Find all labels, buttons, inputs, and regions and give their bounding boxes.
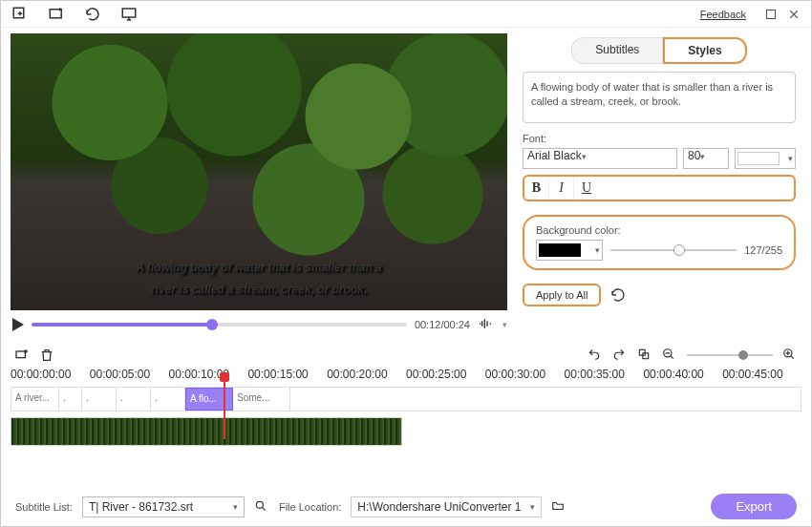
font-label: Font: <box>523 133 796 144</box>
refresh-icon[interactable] <box>83 5 102 24</box>
bottom-bar: Subtitle List: T| River - 861732.srt▾ Fi… <box>0 494 812 519</box>
playhead[interactable] <box>224 374 225 439</box>
subtitle-clip[interactable]: Some... <box>233 388 290 411</box>
add-media-icon[interactable] <box>47 5 66 24</box>
audio-waveform-icon[interactable] <box>478 316 495 333</box>
zoom-slider[interactable] <box>687 354 773 356</box>
timeline-tick: 00:00:40:00 <box>643 368 722 381</box>
maximize-icon[interactable] <box>763 7 779 22</box>
svg-rect-2 <box>122 9 136 17</box>
opacity-slider[interactable] <box>610 249 737 251</box>
close-icon[interactable] <box>786 7 801 22</box>
text-style-group: B I U <box>523 175 796 201</box>
timeline-tick: 00:00:15:00 <box>247 368 327 381</box>
feedback-link[interactable]: Feedback <box>700 9 746 20</box>
video-thumbnail-track[interactable] <box>11 417 402 446</box>
screen-icon[interactable] <box>119 5 139 24</box>
subtitle-list-select[interactable]: T| River - 861732.srt▾ <box>82 496 245 517</box>
timeline: 00:00:00:0000:00:05:0000:00:10:0000:00:1… <box>1 368 811 446</box>
subtitle-clip[interactable]: A river... <box>11 388 59 411</box>
reset-icon[interactable] <box>610 287 626 303</box>
subtitle-clip[interactable]: . <box>117 388 151 411</box>
timeline-tick: 00:00:45:00 <box>722 368 801 381</box>
zoom-out-icon[interactable] <box>662 348 677 363</box>
bg-color-label: Background color: <box>536 224 782 236</box>
add-subtitle-icon[interactable] <box>14 348 30 363</box>
timeline-tick: 00:00:25:00 <box>406 368 485 381</box>
timeline-tick: 00:00:20:00 <box>327 368 406 381</box>
subtitle-clip[interactable]: . <box>82 388 117 411</box>
timecode: 00:12/00:24 <box>415 319 470 330</box>
progress-bar[interactable] <box>32 323 407 327</box>
subtitle-clip[interactable]: A flo... <box>185 388 233 411</box>
subtitle-track[interactable]: A river.......A flo...Some... <box>11 387 801 411</box>
subtitle-text-box[interactable]: A flowing body of water that is smaller … <box>523 72 796 123</box>
svg-rect-4 <box>16 351 25 358</box>
subtitle-clip[interactable]: . <box>59 388 82 411</box>
bg-color-select[interactable]: ▾ <box>536 240 603 261</box>
video-canvas[interactable]: A flowing body of water that is smaller … <box>11 33 507 310</box>
redo-icon[interactable] <box>612 348 628 363</box>
export-button[interactable]: Export <box>711 494 797 519</box>
folder-icon[interactable] <box>551 499 566 515</box>
delete-icon[interactable] <box>39 348 54 363</box>
play-button[interactable] <box>12 318 24 331</box>
timeline-tick: 00:00:00:00 <box>11 368 90 381</box>
search-icon[interactable] <box>254 499 269 515</box>
apply-to-all-button[interactable]: Apply to All <box>523 284 601 306</box>
italic-button[interactable]: I <box>549 177 574 200</box>
file-location-label: File Location: <box>279 501 341 513</box>
file-location-field[interactable]: H:\Wondershare UniConverter 1▾ <box>351 496 542 517</box>
svg-rect-3 <box>767 10 776 18</box>
opacity-value: 127/255 <box>744 244 782 256</box>
style-panel: Subtitles Styles A flowing body of water… <box>515 28 811 343</box>
top-toolbar: Feedback <box>1 1 811 28</box>
bold-button[interactable]: B <box>524 177 549 200</box>
timeline-tick: 00:00:05:00 <box>90 368 169 381</box>
underline-button[interactable]: U <box>574 177 599 200</box>
import-icon[interactable] <box>11 5 30 24</box>
timeline-tick: 00:00:10:00 <box>169 368 248 381</box>
zoom-in-icon[interactable] <box>782 348 798 363</box>
tab-subtitles[interactable]: Subtitles <box>571 37 663 64</box>
duplicate-icon[interactable] <box>637 348 652 363</box>
timeline-toolbar <box>1 343 811 368</box>
undo-icon[interactable] <box>588 348 603 363</box>
font-size-select[interactable]: 80▾ <box>683 148 729 169</box>
font-family-select[interactable]: Arial Black▾ <box>523 148 677 169</box>
font-color-select[interactable]: ▾ <box>735 148 796 169</box>
tab-styles[interactable]: Styles <box>663 37 746 64</box>
subtitle-list-label: Subtitle List: <box>15 501 73 513</box>
timeline-tick: 00:00:30:00 <box>485 368 565 381</box>
subtitle-clip[interactable]: . <box>151 388 185 411</box>
timeline-tick: 00:00:35:00 <box>565 368 644 381</box>
video-preview-panel: A flowing body of water that is smaller … <box>1 28 515 343</box>
svg-point-9 <box>256 501 263 508</box>
subtitle-overlay: A flowing body of water that is smaller … <box>11 254 507 300</box>
